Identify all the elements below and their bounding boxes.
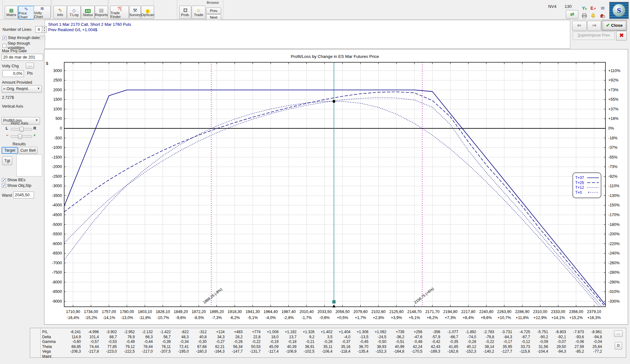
x-axis-pct-label: +15,2% <box>569 316 583 320</box>
x-axis-price-label: 2240,80 <box>479 310 493 314</box>
x-axis-pct-label: -16,4% <box>67 316 79 320</box>
table-cell: -117,4 <box>260 349 278 354</box>
backtrader-window: ▦Matrix∿Price Chart≋Volty Chart✎Info◇T.L… <box>0 0 630 364</box>
table-cell: +1.008 <box>260 330 278 334</box>
y-axis-label: -8000 <box>52 280 62 284</box>
y-axis-label: -6500 <box>52 251 62 255</box>
y-axis-label: -1000 <box>52 145 62 150</box>
x-axis-price-label: 2286,90 <box>515 310 529 314</box>
y-axis-label: -5000 <box>52 222 62 227</box>
x-axis-price-label: 1918,30 <box>228 310 242 314</box>
table-cell: 28,2 <box>224 335 243 339</box>
x-axis-price-label: 2102,60 <box>371 310 385 314</box>
table-cell: -0,26 <box>224 339 243 344</box>
x-axis-price-label: 1964,40 <box>264 310 278 314</box>
table-cell: 34,3 <box>206 335 225 339</box>
table-cell: 36,70 <box>350 344 368 349</box>
table-cell: 50,53 <box>242 344 261 349</box>
table-cell: 67,68 <box>188 344 207 349</box>
table-cell: -3.731 <box>494 330 512 334</box>
table-cell: -0,45 <box>350 339 368 344</box>
y-axis-label: -5500 <box>52 232 62 236</box>
x-axis-pct-label: +10,7% <box>498 316 511 320</box>
y-axis-label: 1000 <box>53 107 62 111</box>
x-axis-pct-label: -13,0% <box>121 316 133 320</box>
table-cell: 68,85 <box>63 344 81 349</box>
table-cell: 27,59 <box>566 344 584 349</box>
table-cell: -85,2 <box>566 349 584 354</box>
table-cell: -6.241 <box>63 330 81 334</box>
x-axis-price-label: 2079,60 <box>353 310 368 314</box>
y-axis-label: -1500 <box>52 155 62 160</box>
x-axis-pct-label: +3,9% <box>391 316 402 320</box>
table-cell: -2.132 <box>134 330 153 334</box>
table-cell: -0,49 <box>116 339 135 344</box>
table-cell: -66,7 <box>440 335 458 339</box>
x-axis-price-label: 1803,10 <box>138 310 152 314</box>
x-axis-price-label: 1826,10 <box>156 310 170 314</box>
plot-area[interactable] <box>64 62 605 307</box>
table-cell: -77,2 <box>584 349 602 354</box>
table-row-label: Vega <box>42 349 51 354</box>
y-axis-pct-label: -200% <box>608 232 620 236</box>
y-axis-pct-label: -330% <box>608 299 620 304</box>
table-cell: -0,34 <box>171 339 189 344</box>
table-cell: -94,8 <box>584 335 602 339</box>
table-d-button[interactable]: D <box>615 342 622 350</box>
x-axis-pct-label: +11,8% <box>516 316 529 320</box>
table-cell: -0,04 <box>584 339 602 344</box>
x-axis-pct-label: -9,6% <box>176 316 186 320</box>
table-cell: 3,5 <box>314 335 332 339</box>
greeks-table: P/L-6.241-4.996-3.902-2.952-2.132-1.422-… <box>30 328 626 358</box>
x-axis-price-label: 2125,60 <box>389 310 403 314</box>
table-cell: -106,9 <box>278 349 296 354</box>
table-cell: -106,4 <box>314 349 332 354</box>
table-cell: -0,22 <box>476 339 494 344</box>
table-cell: -24,5 <box>368 335 386 339</box>
x-axis-price-label: 2056,50 <box>335 310 350 314</box>
table-cell: 114,9 <box>63 335 81 339</box>
table-cell: -57,9 <box>422 335 440 339</box>
table-cell: -93,6 <box>566 335 584 339</box>
x-axis-pct-label: -4,0% <box>266 316 276 320</box>
table-cell: -7.873 <box>566 330 584 334</box>
x-axis-pct-label: +14,1% <box>551 316 565 320</box>
y-axis-pct-label: -150% <box>608 203 620 207</box>
table-cell: -312 <box>188 330 207 334</box>
x-axis-pct-label: -1,7% <box>301 316 312 320</box>
y-axis-pct-label: -310% <box>608 289 620 294</box>
table-cell: -0,30 <box>188 339 207 344</box>
table-cell: -0,51 <box>386 339 404 344</box>
table-cell: -94,3 <box>548 349 566 354</box>
y-axis-pct-label: +18% <box>608 116 618 121</box>
table-cell: 88,7 <box>98 335 117 339</box>
table-cell: -118,4 <box>332 349 351 354</box>
table-cell: -0,48 <box>404 339 422 344</box>
table-cell: 29,50 <box>548 344 566 349</box>
table-cell: +1.404 <box>332 330 351 334</box>
y-axis-label: -500 <box>54 136 62 140</box>
table-cell: -0,35 <box>440 339 458 344</box>
table-cell: -0,53 <box>98 339 117 344</box>
table-cell: +1.402 <box>314 330 332 334</box>
table-cell: -169,3 <box>422 349 440 354</box>
y-axis-pct-label: -55% <box>608 155 617 160</box>
table-cell: -102,5 <box>296 349 314 354</box>
table-more-button[interactable]: ... <box>614 330 623 337</box>
table-cell: -4.996 <box>81 330 99 334</box>
table-cell: -4.725 <box>512 330 530 334</box>
y-axis-pct-label: +92% <box>608 78 618 82</box>
y-axis-pct-label: -37% <box>608 145 617 150</box>
x-axis-price-label: 2217,80 <box>461 310 475 314</box>
table-cell: +739 <box>386 330 404 334</box>
table-cell: 42,24 <box>404 344 422 349</box>
legend-label: T+25 <box>575 181 584 185</box>
table-cell: 36,91 <box>296 344 314 349</box>
x-axis-price-label: 2356,00 <box>569 310 583 314</box>
x-axis-pct-label: -7,3% <box>211 316 222 320</box>
table-cell: -0,28 <box>458 339 476 344</box>
table-cell: -0,19 <box>260 339 278 344</box>
y-axis-label: 1500 <box>53 97 62 102</box>
current-price-square[interactable] <box>333 300 335 303</box>
x-axis-price-label: 1710,90 <box>66 310 80 314</box>
